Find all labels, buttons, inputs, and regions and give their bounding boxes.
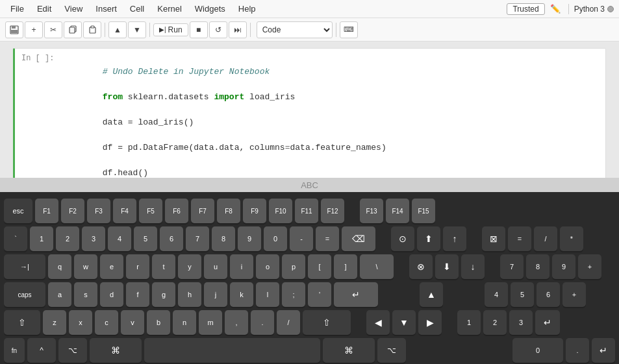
key-down-right[interactable]: ↓ bbox=[461, 254, 485, 279]
key-return[interactable]: ↵ bbox=[334, 282, 378, 307]
key-6[interactable]: 6 bbox=[160, 226, 183, 251]
keyboard-shortcuts-button[interactable]: ⌨ bbox=[340, 21, 358, 38]
edit-trusted-button[interactable]: ✏️ bbox=[548, 3, 563, 15]
key-np-1[interactable]: 1 bbox=[457, 310, 481, 335]
key-right-arrow[interactable]: ▶ bbox=[418, 310, 442, 335]
key-c[interactable]: c bbox=[95, 310, 118, 335]
key-r[interactable]: r bbox=[126, 254, 149, 279]
key-q[interactable]: q bbox=[48, 254, 71, 279]
key-quote[interactable]: ' bbox=[308, 282, 331, 307]
key-f7[interactable]: F7 bbox=[191, 199, 214, 223]
key-f6[interactable]: F6 bbox=[165, 199, 188, 223]
key-semicolon[interactable]: ; bbox=[282, 282, 305, 307]
key-5[interactable]: 5 bbox=[134, 226, 157, 251]
cell-1-content[interactable]: # Undo Delete in Jupyter Notebook from s… bbox=[67, 49, 605, 178]
key-b[interactable]: b bbox=[147, 310, 170, 335]
key-p[interactable]: p bbox=[282, 254, 305, 279]
key-minus[interactable]: - bbox=[290, 226, 313, 251]
key-z[interactable]: z bbox=[43, 310, 66, 335]
key-j[interactable]: j bbox=[204, 282, 227, 307]
key-f1[interactable]: F1 bbox=[35, 199, 58, 223]
key-np-enter[interactable]: ↵ bbox=[535, 310, 560, 335]
key-down-arrow-nav[interactable]: ▼ bbox=[392, 310, 416, 335]
stop-button[interactable]: ■ bbox=[190, 21, 208, 38]
key-np-dot[interactable]: . bbox=[566, 338, 589, 363]
key-np-4[interactable]: 4 bbox=[485, 282, 508, 307]
key-slash[interactable]: / bbox=[277, 310, 300, 335]
key-3[interactable]: 3 bbox=[82, 226, 105, 251]
add-cell-button[interactable]: + bbox=[25, 21, 43, 38]
menu-kernel[interactable]: Kernel bbox=[152, 3, 187, 15]
key-space[interactable] bbox=[144, 338, 320, 363]
key-up-arrow-big[interactable]: ⬆ bbox=[417, 226, 440, 251]
key-np-5[interactable]: 5 bbox=[511, 282, 534, 307]
key-v[interactable]: v bbox=[121, 310, 144, 335]
key-9[interactable]: 9 bbox=[238, 226, 261, 251]
menu-widgets[interactable]: Widgets bbox=[190, 3, 231, 15]
key-ctrl-left[interactable]: ^ bbox=[27, 338, 56, 363]
key-f[interactable]: f bbox=[126, 282, 149, 307]
key-w[interactable]: w bbox=[74, 254, 97, 279]
key-m[interactable]: m bbox=[199, 310, 222, 335]
key-4[interactable]: 4 bbox=[108, 226, 131, 251]
key-f5[interactable]: F5 bbox=[139, 199, 162, 223]
key-f4[interactable]: F4 bbox=[113, 199, 136, 223]
key-np-6[interactable]: 6 bbox=[537, 282, 560, 307]
key-backtick[interactable]: ` bbox=[4, 226, 27, 251]
key-rbracket[interactable]: ] bbox=[334, 254, 357, 279]
key-f9[interactable]: F9 bbox=[243, 199, 266, 223]
key-i[interactable]: i bbox=[230, 254, 253, 279]
key-option-left[interactable]: ⌥ bbox=[58, 338, 87, 363]
key-caps[interactable]: caps bbox=[4, 282, 45, 307]
key-shift-right[interactable]: ⇧ bbox=[303, 310, 351, 335]
key-lbracket[interactable]: [ bbox=[308, 254, 331, 279]
key-left-arrow[interactable]: ◀ bbox=[366, 310, 390, 335]
key-fn-mod[interactable]: fn bbox=[4, 338, 25, 363]
key-f15[interactable]: F15 bbox=[412, 199, 435, 223]
key-7[interactable]: 7 bbox=[186, 226, 209, 251]
key-f11[interactable]: F11 bbox=[295, 199, 318, 223]
key-1[interactable]: 1 bbox=[30, 226, 53, 251]
key-np-slash[interactable]: / bbox=[534, 226, 557, 251]
key-period[interactable]: . bbox=[251, 310, 274, 335]
menu-edit[interactable]: Edit bbox=[32, 3, 57, 15]
key-f12[interactable]: F12 bbox=[321, 199, 344, 223]
key-f2[interactable]: F2 bbox=[61, 199, 84, 223]
menu-help[interactable]: Help bbox=[233, 3, 261, 15]
key-up-arrow-nav[interactable]: ▲ bbox=[420, 282, 443, 307]
key-2[interactable]: 2 bbox=[56, 226, 79, 251]
key-h[interactable]: h bbox=[178, 282, 201, 307]
key-g[interactable]: g bbox=[152, 282, 175, 307]
restart-button[interactable]: ↺ bbox=[209, 21, 227, 38]
key-n[interactable]: n bbox=[173, 310, 196, 335]
copy-button[interactable] bbox=[64, 21, 82, 38]
key-esc[interactable]: esc bbox=[4, 199, 32, 223]
key-8[interactable]: 8 bbox=[212, 226, 235, 251]
key-down-arrow-big[interactable]: ⬇ bbox=[435, 254, 459, 279]
key-f8[interactable]: F8 bbox=[217, 199, 240, 223]
key-cmd-left[interactable]: ⌘ bbox=[90, 338, 142, 363]
key-x[interactable]: x bbox=[69, 310, 92, 335]
key-u[interactable]: u bbox=[204, 254, 227, 279]
cell-type-select[interactable]: Code Markdown Raw NBConvert Heading bbox=[257, 21, 333, 38]
key-l[interactable]: l bbox=[256, 282, 279, 307]
key-shift-left[interactable]: ⇧ bbox=[4, 310, 40, 335]
key-up-right[interactable]: ↑ bbox=[443, 226, 466, 251]
key-np-plus2[interactable]: + bbox=[562, 282, 586, 307]
key-delete[interactable]: ⌫ bbox=[342, 226, 375, 251]
key-np-3[interactable]: 3 bbox=[509, 310, 533, 335]
save-button[interactable] bbox=[5, 21, 23, 38]
key-s[interactable]: s bbox=[74, 282, 97, 307]
key-np-2[interactable]: 2 bbox=[483, 310, 507, 335]
key-np-0[interactable]: 0 bbox=[512, 338, 563, 363]
cell-1[interactable]: In [ ]: # Undo Delete in Jupyter Noteboo… bbox=[13, 48, 606, 178]
key-np-9[interactable]: 9 bbox=[552, 254, 575, 279]
key-t[interactable]: t bbox=[152, 254, 175, 279]
key-comma[interactable]: , bbox=[225, 310, 248, 335]
menu-cell[interactable]: Cell bbox=[125, 3, 149, 15]
key-np-eq[interactable]: = bbox=[508, 226, 531, 251]
key-0[interactable]: 0 bbox=[264, 226, 287, 251]
move-up-button[interactable]: ▲ bbox=[108, 21, 127, 38]
key-cmd-right[interactable]: ⌘ bbox=[323, 338, 375, 363]
key-e[interactable]: e bbox=[100, 254, 123, 279]
